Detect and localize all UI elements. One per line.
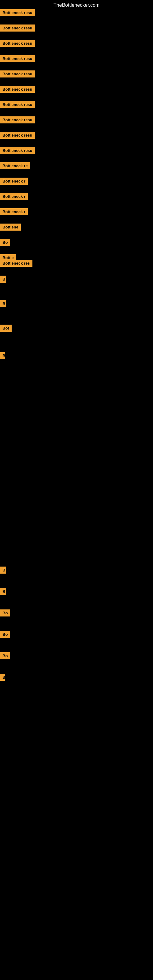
bottleneck-badge: Bottleneck r <box>0 178 28 185</box>
bottleneck-badge: Bottleneck r <box>0 208 28 215</box>
bottleneck-badge: Bot <box>0 325 12 332</box>
bottleneck-badge: B <box>0 588 6 595</box>
bottleneck-badge: Bottleneck r <box>0 193 28 200</box>
bottleneck-badge: B <box>0 674 5 681</box>
bottleneck-badge: Bottleneck resu <box>0 9 35 16</box>
bottleneck-badge: Bo <box>0 609 10 616</box>
bottleneck-badge: Bottleneck res <box>0 260 32 267</box>
bottleneck-badge: Bo <box>0 239 10 246</box>
bottleneck-badge: Bottleneck resu <box>0 40 35 47</box>
bottleneck-badge: Bottleneck resu <box>0 70 35 78</box>
bottleneck-badge: B <box>0 275 6 283</box>
site-title: TheBottlenecker.com <box>0 0 153 10</box>
bottleneck-badge: Bottleneck resu <box>0 147 35 154</box>
bottleneck-badge: Bottleneck resu <box>0 132 35 139</box>
bottleneck-badge: Bottleneck resu <box>0 86 35 93</box>
bottleneck-badge: Bo <box>0 652 10 659</box>
bottleneck-badge: B <box>0 566 6 574</box>
bottleneck-badge: Bottleneck resu <box>0 55 35 62</box>
bottleneck-badge: Bottleneck re <box>0 162 30 169</box>
bottleneck-badge: B <box>0 352 5 359</box>
bottleneck-badge: Bottleneck resu <box>0 24 35 32</box>
bottleneck-badge: Bottleneck resu <box>0 101 35 108</box>
bottleneck-badge: Bottleneck resu <box>0 116 35 123</box>
bottleneck-badge: Bottlene <box>0 224 21 231</box>
bottleneck-badge: Bo <box>0 631 10 638</box>
bottleneck-badge: B <box>0 300 6 307</box>
